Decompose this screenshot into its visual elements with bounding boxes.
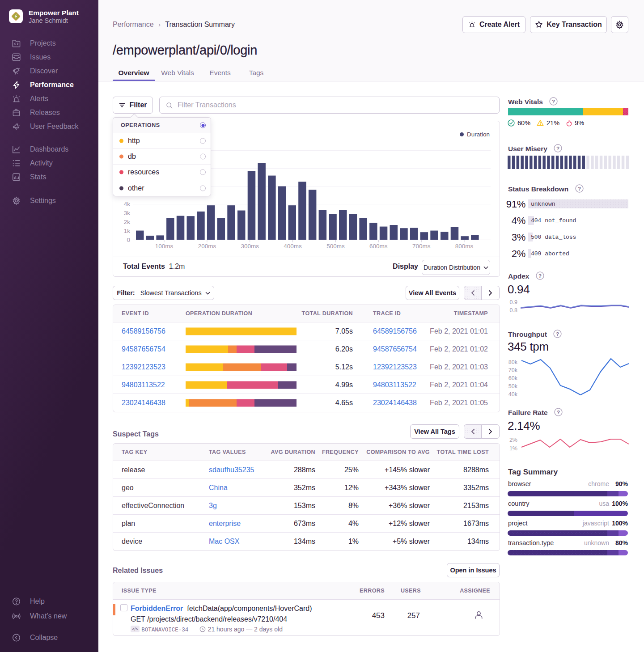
svg-text:?: ? — [538, 273, 542, 279]
svg-text:100ms: 100ms — [155, 243, 174, 250]
svg-text:400ms: 400ms — [284, 243, 302, 250]
svg-text:600ms: 600ms — [369, 243, 388, 250]
svg-text:300ms: 300ms — [241, 243, 259, 250]
svg-text:1k: 1k — [124, 228, 131, 234]
svg-text:?: ? — [557, 409, 560, 415]
svg-text:0: 0 — [127, 237, 130, 243]
svg-text:2k: 2k — [124, 219, 131, 225]
svg-text:?: ? — [556, 145, 559, 151]
svg-text:500ms: 500ms — [326, 243, 345, 250]
svg-text:800ms: 800ms — [455, 243, 474, 250]
svg-text:?: ? — [556, 331, 559, 337]
svg-text:?: ? — [577, 186, 580, 191]
svg-text:3k: 3k — [124, 210, 131, 216]
svg-text:200ms: 200ms — [198, 243, 216, 250]
svg-text:?: ? — [552, 98, 555, 104]
svg-text:4k: 4k — [124, 201, 131, 207]
svg-text:700ms: 700ms — [412, 243, 431, 250]
